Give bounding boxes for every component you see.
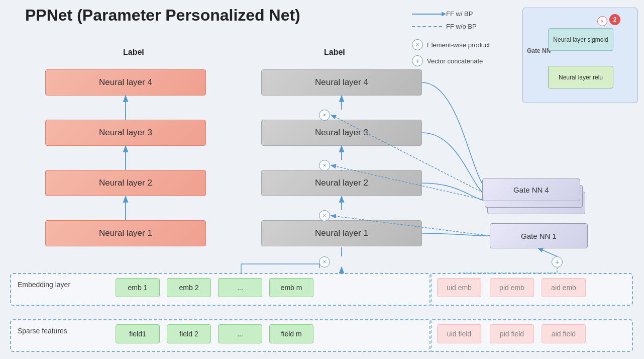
- emb-1: emb 1: [116, 278, 160, 297]
- left-neural-layer-2: Neural layer 2: [45, 170, 206, 196]
- field-dots: ...: [218, 324, 262, 343]
- plus-circle: +: [552, 256, 563, 267]
- embedding-right-section: [430, 273, 633, 306]
- right-neural-layer-3: Neural layer 3: [261, 120, 422, 146]
- left-neural-layer-1: Neural layer 1: [45, 220, 206, 246]
- badge-2: 2: [609, 14, 620, 25]
- left-neural-layer-3: Neural layer 3: [45, 120, 206, 146]
- legend-dashed-line: [412, 26, 442, 27]
- field-m: field m: [269, 324, 313, 343]
- multiply-circle-2: ×: [319, 160, 330, 171]
- left-neural-layer-4: Neural layer 4: [45, 69, 206, 96]
- sparse-right-section: [430, 319, 633, 352]
- field-1: field1: [116, 324, 160, 343]
- right-neural-layer-1: Neural layer 1: [261, 220, 422, 246]
- right-neural-layer-4: Neural layer 4: [261, 69, 422, 96]
- page-title: PPNet (Parameter Personalized Net): [25, 6, 300, 25]
- emb-2: emb 2: [167, 278, 211, 297]
- legend-element-wise: × Element-wise product: [412, 39, 490, 50]
- main-container: PPNet (Parameter Personalized Net) Label…: [0, 0, 644, 359]
- multiply-circle-1: ×: [319, 210, 330, 221]
- label-left: Label: [123, 48, 144, 57]
- legend-x-circle: ×: [412, 39, 423, 50]
- legend-ff-bp: FF w/ BP: [412, 10, 490, 18]
- embedding-label: Embedding layer: [18, 281, 70, 289]
- gate-relu-box: Neural layer relu: [548, 66, 613, 88]
- legend: FF w/ BP FF w/o BP × Element-wise produc…: [412, 10, 490, 66]
- field-2: field 2: [167, 324, 211, 343]
- gate-sigmoid-box: Neural layer sigmoid: [548, 28, 613, 51]
- gate-nn-4: Gate NN 4: [482, 178, 580, 201]
- legend-ff-no-bp: FF w/o BP: [412, 23, 490, 30]
- emb-m: emb m: [269, 278, 313, 297]
- emb-dots: ...: [218, 278, 262, 297]
- legend-solid-line: [412, 14, 442, 15]
- sparse-label: Sparse features: [18, 327, 67, 335]
- label-right: Label: [324, 48, 345, 57]
- multiply-circle-3: ×: [319, 110, 330, 121]
- right-neural-layer-2: Neural layer 2: [261, 170, 422, 196]
- gate-nn-1: Gate NN 1: [490, 223, 588, 248]
- legend-vector-concat: + Vector concatenate: [412, 55, 490, 66]
- gate-x-circle: ×: [597, 16, 607, 26]
- gate-diagram-label: Gate NN: [527, 47, 551, 54]
- gate-diagram: Gate NN Neural layer sigmoid Neural laye…: [522, 8, 638, 103]
- svg-line-14: [539, 248, 557, 256]
- legend-plus-circle: +: [412, 55, 423, 66]
- multiply-circle-0: ×: [319, 256, 330, 267]
